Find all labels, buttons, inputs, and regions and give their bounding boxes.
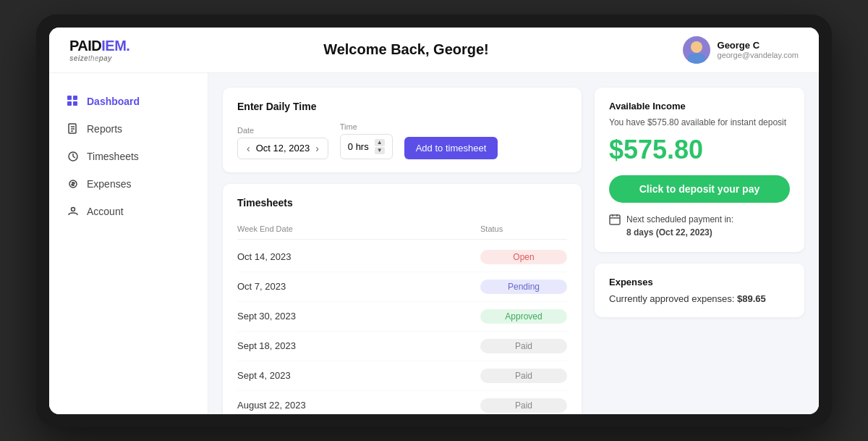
time-spinner[interactable]: ▲ ▼ (375, 139, 385, 154)
page-title: Welcome Back, George! (129, 41, 682, 58)
deposit-button[interactable]: Click to deposit your pay (609, 175, 790, 203)
row-date: Oct 14, 2023 (237, 251, 480, 262)
available-income-desc: You have $575.80 available for instant d… (609, 117, 790, 127)
svg-line-10 (73, 156, 75, 158)
scheduled-value: 8 days (Oct 22, 2023) (626, 227, 712, 238)
timesheets-title: Timesheets (237, 197, 567, 209)
expenses-card: Expenses Currently approved expenses: $8… (595, 264, 804, 317)
col-status: Status (480, 224, 567, 233)
col-week-end: Week End Date (237, 224, 480, 233)
time-field-group: Time 0 hrs ▲ ▼ (340, 122, 393, 159)
scheduled-text: Next scheduled payment in: 8 days (Oct 2… (626, 213, 733, 239)
row-date: Oct 7, 2023 (237, 281, 480, 292)
table-row[interactable]: August 22, 2023 Paid (237, 391, 567, 414)
avatar-head (691, 41, 702, 53)
time-input[interactable]: 0 hrs ▲ ▼ (340, 134, 393, 159)
logo-iem: IEM. (101, 38, 129, 54)
svg-point-14 (72, 207, 75, 211)
expenses-icon (67, 177, 80, 190)
svg-rect-1 (73, 96, 77, 100)
user-info: George C george@vandelay.com (718, 40, 799, 59)
sidebar-item-reports[interactable]: Reports (49, 115, 208, 143)
timesheets-card: Timesheets Week End Date Status Oct 14, … (223, 184, 582, 414)
date-nav[interactable]: ‹ Oct 12, 2023 › (237, 138, 328, 159)
logo-paid: PAID (69, 38, 101, 54)
sidebar-item-expenses[interactable]: Expenses (49, 170, 208, 198)
table-row[interactable]: Oct 14, 2023 Open (237, 243, 567, 272)
right-column: Available Income You have $575.80 availa… (595, 88, 804, 400)
daily-time-title: Enter Daily Time (237, 101, 567, 112)
sidebar: Dashboard Reports Timesheets (49, 73, 208, 414)
sidebar-item-account[interactable]: Account (49, 198, 208, 225)
sidebar-item-timesheets[interactable]: Timesheets (49, 143, 208, 170)
svg-rect-3 (73, 101, 77, 106)
account-label: Account (87, 206, 124, 217)
available-amount: $575.80 (609, 135, 790, 165)
date-value: Oct 12, 2023 (256, 143, 310, 154)
add-to-timesheet-button[interactable]: Add to timesheet (404, 137, 498, 159)
table-row[interactable]: Sept 30, 2023 Approved (237, 302, 567, 332)
status-badge: Approved (480, 309, 567, 324)
avatar-body (688, 54, 705, 64)
time-decrement[interactable]: ▼ (375, 147, 385, 154)
status-badge: Paid (480, 398, 567, 413)
available-income-title: Available Income (609, 101, 790, 112)
account-icon (67, 205, 80, 218)
daily-time-card: Enter Daily Time Date ‹ Oct 12, 2023 › (223, 88, 582, 172)
logo-text: PAIDIEM. (69, 38, 129, 54)
expenses-description: Currently approved expenses: $89.65 (609, 293, 790, 304)
time-entry-row: Date ‹ Oct 12, 2023 › Time 0 hr (237, 122, 567, 159)
content-area: Enter Daily Time Date ‹ Oct 12, 2023 › (208, 73, 819, 414)
reports-icon (67, 122, 80, 135)
table-header: Week End Date Status (237, 219, 567, 240)
svg-rect-15 (610, 215, 620, 224)
user-name: George C (718, 40, 799, 51)
row-date: August 22, 2023 (237, 400, 480, 411)
logo: PAIDIEM. seizethepay (69, 38, 129, 62)
calendar-icon (609, 214, 621, 228)
reports-label: Reports (87, 123, 122, 135)
status-badge: Paid (480, 339, 567, 353)
time-increment[interactable]: ▲ (375, 139, 385, 146)
user-email: george@vandelay.com (718, 51, 799, 59)
time-label: Time (340, 122, 393, 131)
dashboard-icon (67, 95, 80, 108)
available-income-card: Available Income You have $575.80 availa… (595, 88, 804, 252)
scheduled-label: Next scheduled payment in: (626, 214, 733, 224)
sidebar-item-dashboard[interactable]: Dashboard (49, 88, 208, 115)
expenses-title: Expenses (609, 277, 790, 287)
expenses-label: Expenses (87, 178, 131, 190)
date-label: Date (237, 126, 328, 135)
top-bar: PAIDIEM. seizethepay Welcome Back, Georg… (49, 28, 819, 73)
screen: PAIDIEM. seizethepay Welcome Back, Georg… (49, 28, 819, 414)
avatar (683, 36, 710, 64)
time-value: 0 hrs (348, 141, 369, 152)
date-field-group: Date ‹ Oct 12, 2023 › (237, 126, 328, 159)
user-area: George C george@vandelay.com (683, 36, 799, 64)
table-row[interactable]: Sept 4, 2023 Paid (237, 361, 567, 391)
status-badge: Pending (480, 280, 567, 294)
prev-date-arrow[interactable]: ‹ (245, 143, 252, 154)
avatar-figure (683, 36, 710, 64)
timesheets-icon (67, 150, 80, 163)
main-content: Dashboard Reports Timesheets (49, 73, 819, 414)
row-date: Sept 18, 2023 (237, 340, 480, 351)
table-row[interactable]: Sept 18, 2023 Paid (237, 332, 567, 361)
status-badge: Paid (480, 369, 567, 383)
device-frame: PAIDIEM. seizethepay Welcome Back, Georg… (36, 14, 832, 427)
dashboard-label: Dashboard (87, 96, 140, 107)
logo-tagline: seizethepay (69, 54, 129, 62)
scheduled-payment-row: Next scheduled payment in: 8 days (Oct 2… (609, 213, 790, 239)
next-date-arrow[interactable]: › (314, 143, 320, 154)
row-date: Sept 30, 2023 (237, 311, 480, 322)
table-row[interactable]: Oct 7, 2023 Pending (237, 272, 567, 302)
timesheets-label: Timesheets (87, 151, 139, 162)
svg-rect-0 (67, 96, 72, 100)
timesheet-table-body: Oct 14, 2023 Open Oct 7, 2023 Pending Se… (237, 243, 567, 414)
status-badge: Open (480, 250, 567, 264)
row-date: Sept 4, 2023 (237, 370, 480, 381)
expenses-amount: $89.65 (737, 293, 766, 304)
left-column: Enter Daily Time Date ‹ Oct 12, 2023 › (223, 88, 582, 400)
svg-rect-2 (67, 101, 72, 106)
